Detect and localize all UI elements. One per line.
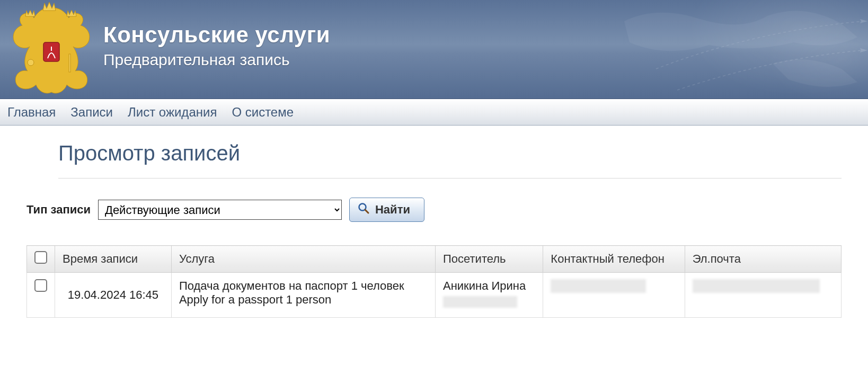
records-table: Время записи Услуга Посетитель Контактны…: [26, 245, 842, 318]
cell-service: Подача документов на паспорт 1 человек A…: [171, 273, 435, 318]
cell-visitor: Аникина Ирина: [435, 273, 543, 318]
banner: Консульские услуги Предварительная запис…: [0, 0, 868, 99]
nav-waiting[interactable]: Лист ожидания: [128, 105, 217, 120]
table-row: 19.04.2024 16:45 Подача документов на па…: [27, 273, 842, 318]
banner-background-map: [592, 0, 868, 99]
main-nav: Главная Записи Лист ожидания О системе: [0, 99, 868, 126]
coat-of-arms-icon: [6, 1, 96, 96]
record-type-select[interactable]: Действующие записи: [98, 200, 342, 220]
row-checkbox[interactable]: [34, 279, 47, 292]
nav-about[interactable]: О системе: [232, 105, 294, 120]
cell-email: [685, 273, 841, 318]
col-phone: Контактный телефон: [543, 246, 685, 273]
find-button[interactable]: Найти: [349, 198, 424, 222]
svg-point-1: [28, 59, 34, 66]
col-time: Время записи: [55, 246, 172, 273]
phone-redacted: [551, 279, 646, 293]
magnifier-icon: [357, 202, 370, 218]
cell-time: 19.04.2024 16:45: [55, 273, 172, 318]
col-visitor: Посетитель: [435, 246, 543, 273]
email-redacted: [693, 279, 820, 293]
page-title: Просмотр записей: [58, 141, 842, 178]
service-ru: Подача документов на паспорт 1 человек: [179, 279, 428, 293]
nav-home[interactable]: Главная: [7, 105, 56, 120]
table-header-row: Время записи Услуга Посетитель Контактны…: [27, 246, 842, 273]
filter-label: Тип записи: [26, 203, 91, 217]
select-all-checkbox[interactable]: [34, 251, 47, 264]
nav-records[interactable]: Записи: [70, 105, 113, 120]
content: Просмотр записей Тип записи Действующие …: [0, 126, 868, 328]
col-service: Услуга: [171, 246, 435, 273]
find-button-label: Найти: [375, 203, 410, 217]
svg-rect-0: [43, 42, 59, 61]
cell-phone: [543, 273, 685, 318]
visitor-redacted: [443, 296, 517, 308]
service-en: Apply for a passport 1 person: [179, 293, 428, 307]
col-select-all: [27, 246, 55, 273]
banner-text: Консульские услуги Предварительная запис…: [103, 22, 330, 69]
banner-subtitle: Предварительная запись: [103, 51, 330, 69]
filter-row: Тип записи Действующие записи Найти: [26, 198, 842, 222]
svg-line-4: [365, 210, 368, 213]
visitor-name: Аникина Ирина: [443, 279, 535, 293]
banner-title: Консульские услуги: [103, 22, 330, 48]
svg-rect-2: [69, 54, 70, 72]
col-email: Эл.почта: [685, 246, 841, 273]
